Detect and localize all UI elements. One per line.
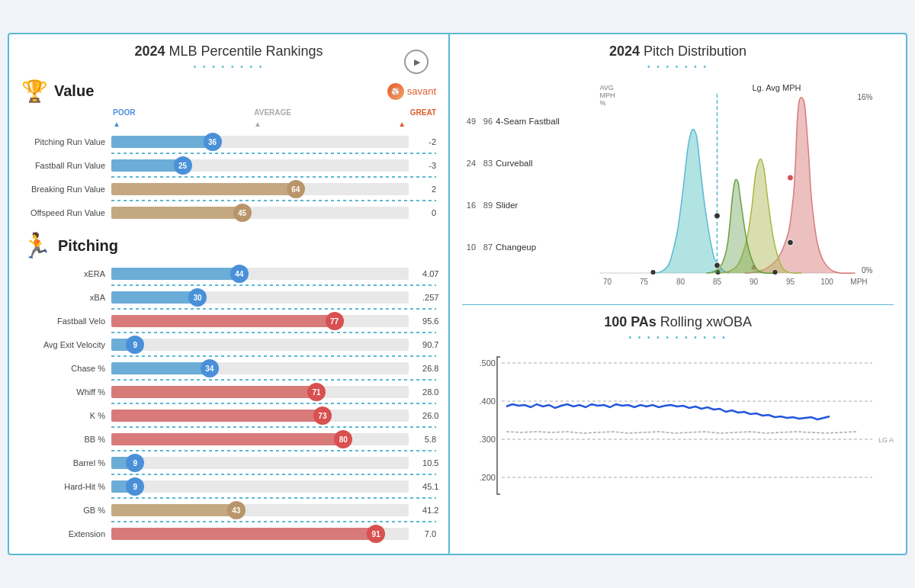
bar-fill: 91 [111,528,376,540]
bar-row: Extension917.0 [21,525,436,543]
bar-badge: 9 [126,454,144,472]
svg-text:%: % [600,99,606,107]
pitch-label-row-3: 10 87 Changeup [462,226,580,268]
bar-value: 45.1 [409,482,436,491]
svg-text:85: 85 [713,278,722,286]
svg-point-13 [788,175,794,181]
arrow-row: ▲ ▲ ▲ [21,120,436,133]
svg-point-15 [714,213,721,219]
bar-badge: 30 [188,288,207,307]
bar-value: 4.07 [409,269,436,278]
svg-point-19 [714,262,721,268]
bar-row: Chase %3426.8 [21,359,436,378]
bar-row: Fastball Velo7795.6 [21,312,436,330]
bar-value: 28.0 [409,387,436,397]
bar-fill: 36 [111,136,213,148]
bar-badge: 45 [233,204,252,222]
play-button[interactable] [404,50,429,74]
pitching-section-header: 🏃 Pitching [21,231,436,260]
bar-fill: 30 [111,291,197,304]
pitch-distribution-section: 2024 Pitch Distribution • • • • • • • 49… [462,43,894,305]
bar-label: xBA [21,293,111,302]
bar-track: 77 [111,315,409,327]
svg-text:80: 80 [676,278,685,286]
bar-track: 80 [111,433,409,445]
scale-average: AVERAGE [254,108,291,117]
bar-track: 36 [111,136,409,148]
bar-label: Hard-Hit % [21,482,111,491]
bar-fill: 64 [111,183,296,195]
bar-separator [111,450,436,451]
svg-text:LG AVG: LG AVG [878,436,894,444]
svg-text:.300: .300 [480,435,496,444]
bar-track: 30 [111,291,409,304]
xwoba-section: 100 PAs Rolling xwOBA • • • • • • • • • … [462,314,894,545]
bar-separator [111,200,436,201]
bar-badge: 73 [313,406,332,425]
bar-label: Avg Exit Velocity [21,340,111,349]
bar-label: Pitching Run Value [21,137,111,146]
bar-badge: 64 [287,180,305,198]
main-container: 2024 MLB Percentile Rankings • • • • • •… [8,33,907,555]
svg-text:0%: 0% [862,266,873,275]
svg-text:95: 95 [786,278,795,286]
pitcher-icon: 🏃 [21,231,52,260]
bar-track: 91 [111,528,409,540]
bar-row: Pitching Run Value36-2 [21,133,436,151]
pitch-dist-title: 2024 Pitch Distribution [462,43,894,59]
pitching-section-title: Pitching [58,237,118,255]
bar-track: 34 [111,362,409,374]
bar-value: -2 [409,137,436,146]
bar-separator [111,497,436,499]
svg-text:AVG: AVG [600,84,614,92]
bar-separator [111,355,436,357]
bar-track: 25 [111,159,409,172]
pitch-label-row-2: 16 89 Slider [462,184,580,226]
value-bars: Pitching Run Value36-2Fastball Run Value… [21,133,436,222]
bar-fill: 80 [111,433,343,445]
bar-track: 9 [111,339,409,351]
bar-separator [111,308,436,310]
svg-text:Lg. Avg MPH: Lg. Avg MPH [753,83,801,92]
bar-value: 26.8 [409,364,436,373]
bar-fill: 9 [111,457,135,469]
savant-logo: ⚾ [387,83,404,100]
pitch-chart-container: 49 96 4-Seam Fastball 24 83 Curveball 16… [462,79,894,295]
pitch-dist-dots: • • • • • • • [462,63,894,71]
xwoba-svg: .500 .400 .300 .200 LG AVG [462,349,894,502]
bar-track: 64 [111,183,409,195]
bar-separator [111,284,436,286]
trophy-icon: 🏆 [21,79,48,104]
pitching-bars: xERA444.07xBA30.257Fastball Velo7795.6Av… [21,265,436,543]
svg-text:100: 100 [820,278,833,286]
arrow-poor: ▲ [113,120,120,128]
arrow-great: ▲ [398,120,406,128]
bar-value: 10.5 [409,458,436,468]
bar-label: Fastball Run Value [21,161,111,170]
bar-label: Fastball Velo [21,316,111,326]
bar-label: Offspeed Run Value [21,208,111,217]
bar-badge: 9 [126,477,144,496]
bar-row: Hard-Hit %945.1 [21,477,436,496]
bar-row: Avg Exit Velocity990.7 [21,336,436,354]
bar-separator [111,176,436,178]
bar-fill: 25 [111,159,183,172]
bar-badge: 91 [367,525,385,543]
svg-text:.200: .200 [480,473,496,482]
scale-labels: POOR AVERAGE GREAT [21,108,436,117]
pitch-svg-container: Lg. Avg MPH 16% 0% 70 75 80 85 [580,79,894,295]
svg-point-16 [651,270,656,275]
bar-badge: 9 [126,336,144,354]
bar-separator [111,379,436,381]
left-panel-title: 2024 MLB Percentile Rankings [21,43,436,59]
bar-label: GB % [21,506,111,515]
svg-text:70: 70 [603,278,612,286]
bar-separator [111,521,436,522]
left-panel: 2024 MLB Percentile Rankings • • • • • •… [9,34,450,554]
bar-label: Barrel % [21,458,111,468]
bar-track: 9 [111,457,409,469]
scale-poor: POOR [113,108,135,117]
savant-badge: ⚾ savant [387,83,436,100]
bar-value: .257 [409,293,436,302]
bar-row: Fastball Run Value25-3 [21,156,436,175]
